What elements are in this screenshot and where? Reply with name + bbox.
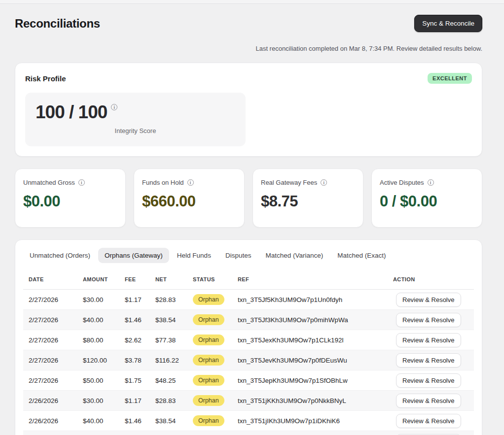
- integrity-score-label: Integrity Score: [35, 127, 236, 134]
- cell-amount: $80.00: [83, 336, 125, 344]
- metric-label: Funds on Holdi: [142, 179, 236, 186]
- cell-status: Orphan: [193, 335, 238, 345]
- orphans-table: DATEAMOUNTFEENETSTATUSREFACTION 2/27/202…: [23, 276, 474, 435]
- cell-action: Review & Resolve: [393, 313, 474, 327]
- cell-net: $48.25: [155, 377, 193, 384]
- review-resolve-button[interactable]: Review & Resolve: [396, 414, 461, 428]
- top-nav-edge: [0, 0, 504, 4]
- table-row: 2/27/2026$120.00$3.78$116.22Orphantxn_3T…: [23, 350, 474, 370]
- metric-label-text: Unmatched Gross: [23, 179, 75, 186]
- page-title: Reconciliations: [15, 17, 100, 31]
- tab-held-funds[interactable]: Held Funds: [171, 248, 217, 263]
- cell-date: 2/27/2026: [29, 357, 83, 364]
- cell-status: Orphan: [193, 314, 238, 325]
- metric-card: Unmatched Grossi$0.00: [15, 168, 126, 228]
- status-badge: Orphan: [193, 355, 224, 366]
- status-badge: Orphan: [193, 415, 224, 426]
- tab-unmatched-orders[interactable]: Unmatched (Orders): [23, 248, 97, 263]
- column-header-status: STATUS: [193, 276, 238, 282]
- cell-amount: $40.00: [83, 316, 125, 324]
- metric-label: Active Disputesi: [380, 179, 474, 186]
- review-resolve-button[interactable]: Review & Resolve: [396, 313, 461, 327]
- cell-net: $38.54: [155, 417, 193, 425]
- cell-fee: $1.17: [125, 397, 155, 404]
- column-header-net: NET: [155, 276, 193, 282]
- metric-value: $660.00: [142, 193, 236, 210]
- page-header: Reconciliations Sync & Reconcile: [15, 15, 482, 32]
- cell-action: Review & Resolve: [393, 353, 474, 368]
- metric-label: Real Gateway Feesi: [261, 179, 355, 186]
- cell-ref: txn_3T5Jf3Kh3UM9Ow7p0mihWpWa: [238, 316, 393, 324]
- risk-profile-title: Risk Profile: [25, 74, 66, 83]
- cell-amount: $50.00: [83, 377, 125, 384]
- integrity-score-value: 100 / 100: [36, 102, 107, 122]
- table-row: 2/27/2026$80.00$2.62$77.38Orphantxn_3T5J…: [23, 330, 474, 350]
- cell-net: $116.22: [155, 357, 193, 364]
- metric-card: Active Disputesi0 / $0.00: [371, 168, 482, 228]
- cell-status: Orphan: [193, 355, 238, 366]
- cell-status: Orphan: [193, 294, 238, 305]
- cell-net: $38.54: [155, 316, 193, 324]
- metric-card: Funds on Holdi$660.00: [134, 168, 245, 228]
- review-resolve-button[interactable]: Review & Resolve: [396, 333, 461, 347]
- tab-disputes[interactable]: Disputes: [219, 248, 258, 263]
- review-resolve-button[interactable]: Review & Resolve: [396, 353, 461, 368]
- cell-ref: txn_3T5JexKh3UM9Ow7p1CLk192l: [238, 336, 393, 344]
- column-header-action: ACTION: [393, 276, 474, 282]
- integrity-score-row: 100 / 100 i: [35, 102, 236, 122]
- cell-amount: $30.00: [83, 397, 125, 404]
- metric-value: $8.75: [261, 193, 355, 210]
- metric-card: Real Gateway Feesi$8.75: [252, 168, 363, 228]
- info-icon[interactable]: i: [111, 104, 117, 110]
- cell-fee: $1.46: [125, 417, 155, 425]
- metric-label-text: Real Gateway Fees: [261, 179, 317, 186]
- info-icon[interactable]: i: [321, 179, 327, 186]
- metric-value: 0 / $0.00: [380, 193, 474, 210]
- status-badge: Orphan: [193, 375, 224, 386]
- info-icon[interactable]: i: [187, 179, 194, 186]
- reconciliation-table-card: Unmatched (Orders)Orphans (Gateway)Held …: [15, 239, 482, 435]
- cell-action: Review & Resolve: [393, 394, 474, 408]
- info-icon[interactable]: i: [428, 179, 434, 186]
- review-resolve-button[interactable]: Review & Resolve: [396, 394, 461, 408]
- cell-date: 2/27/2026: [29, 336, 83, 344]
- tab-matched-variance[interactable]: Matched (Variance): [259, 248, 329, 263]
- cell-fee: $1.17: [125, 296, 155, 303]
- risk-status-badge: EXCELLENT: [428, 73, 472, 84]
- reconciliation-tabs: Unmatched (Orders)Orphans (Gateway)Held …: [23, 248, 474, 263]
- sync-reconcile-button[interactable]: Sync & Reconcile: [414, 15, 482, 32]
- cell-ref: txn_3T5JepKh3UM9Ow7p1SfOBhLw: [238, 377, 393, 384]
- status-badge: Orphan: [193, 395, 224, 406]
- table-header-row: DATEAMOUNTFEENETSTATUSREFACTION: [23, 276, 474, 290]
- cell-date: 2/26/2026: [29, 417, 83, 425]
- cell-ref: txn_3T51jIKh3UM9Ow7p1iDKhiK6: [238, 417, 393, 425]
- tab-orphans-gateway[interactable]: Orphans (Gateway): [98, 248, 169, 263]
- cell-net: $28.83: [155, 296, 193, 303]
- table-row: 2/27/2026$40.00$1.46$38.54Orphantxn_3T5J…: [23, 310, 474, 330]
- review-resolve-button[interactable]: Review & Resolve: [396, 373, 461, 388]
- column-header-date: DATE: [29, 276, 83, 282]
- metric-label: Unmatched Grossi: [23, 179, 117, 186]
- table-row: 2/26/2026$40.00$1.46$38.54Orphantxn_3T51…: [23, 411, 474, 431]
- cell-fee: $2.62: [125, 336, 155, 344]
- cell-fee: $3.78: [125, 357, 155, 364]
- risk-profile-card: Risk Profile EXCELLENT 100 / 100 i Integ…: [15, 63, 482, 157]
- cell-ref: txn_3T5Jf5Kh3UM9Ow7p1Un0fdyh: [238, 296, 393, 303]
- cell-date: 2/26/2026: [29, 397, 83, 404]
- table-row: 2/27/2026$30.00$1.17$28.83Orphantxn_3T5J…: [23, 290, 474, 310]
- cell-status: Orphan: [193, 415, 238, 426]
- cell-ref: txn_3T51jKKh3UM9Ow7p0NkkBNyL: [238, 397, 393, 404]
- tab-matched-exact[interactable]: Matched (Exact): [331, 248, 392, 263]
- metric-label-text: Active Disputes: [380, 179, 424, 186]
- cell-date: 2/27/2026: [29, 377, 83, 384]
- metric-label-text: Funds on Hold: [142, 179, 184, 186]
- info-icon[interactable]: i: [78, 179, 85, 186]
- cell-amount: $40.00: [83, 417, 125, 425]
- table-row: 2/26/2026$30.00$1.17$28.83Orphantxn_3T51…: [23, 391, 474, 411]
- risk-profile-header: Risk Profile EXCELLENT: [25, 73, 472, 84]
- review-resolve-button[interactable]: Review & Resolve: [396, 293, 461, 307]
- table-row: 2/27/2026$50.00$1.75$48.25Orphantxn_3T5J…: [23, 370, 474, 391]
- table-row: 2/26/2026$80.00$2.62$77.38Orphantxn_3T51…: [23, 431, 474, 435]
- page-container: Reconciliations Sync & Reconcile Last re…: [0, 15, 504, 435]
- table-body: 2/27/2026$30.00$1.17$28.83Orphantxn_3T5J…: [23, 290, 474, 435]
